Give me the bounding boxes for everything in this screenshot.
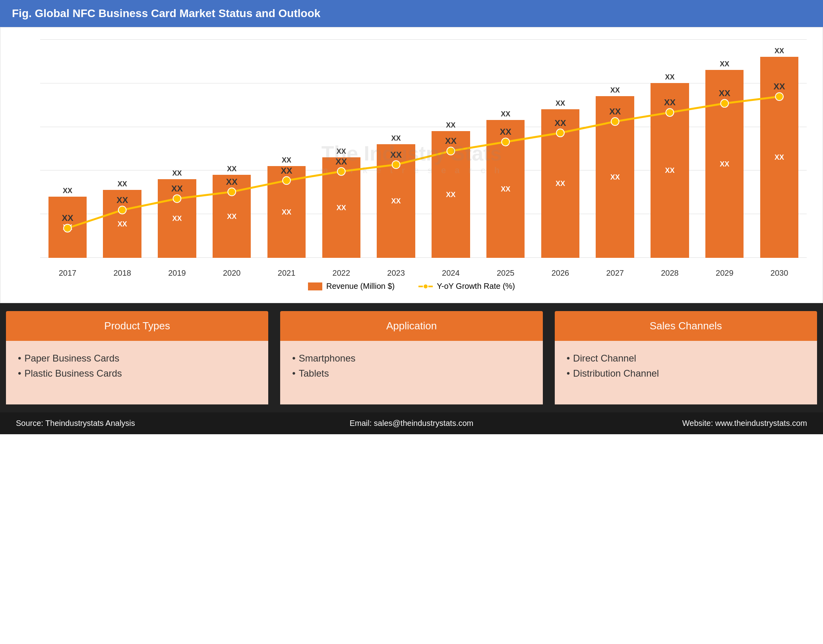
- legend-label-revenue: Revenue (Million $): [326, 282, 395, 291]
- category-item: Tablets: [292, 368, 534, 379]
- bars-wrapper: XXXXXXXXXXXXXXXXXXXXXXXXXXXXXXXXXXXXXXXX…: [40, 39, 807, 258]
- category-item: Smartphones: [292, 353, 534, 364]
- bar: XX: [213, 175, 251, 258]
- bar: XX: [48, 197, 87, 258]
- legend-dot-growth: [423, 284, 428, 289]
- bar-top-label: XX: [282, 156, 291, 164]
- legend-label-growth: Y-oY Growth Rate (%): [437, 282, 515, 291]
- bar-top-label: XX: [337, 147, 346, 156]
- bar-group: XXXX: [95, 180, 150, 258]
- bar-group: XXXX: [40, 187, 95, 258]
- bar-group: XXXX: [752, 47, 807, 258]
- bar-group: XXXX: [533, 99, 588, 258]
- categories-row: Product TypesPaper Business CardsPlastic…: [0, 303, 823, 412]
- legend-item-growth: Y-oY Growth Rate (%): [418, 282, 515, 291]
- year-label: 2024: [423, 269, 478, 278]
- bar-mid-label: XX: [720, 160, 729, 168]
- year-label: 2025: [478, 269, 533, 278]
- year-label: 2022: [314, 269, 369, 278]
- bar-group: XXXX: [588, 86, 643, 258]
- bar: XX: [432, 131, 470, 258]
- bar-group: XXXX: [423, 121, 478, 258]
- year-label: 2030: [752, 269, 807, 278]
- category-item: Direct Channel: [567, 353, 809, 364]
- chart-title: Fig. Global NFC Business Card Market Sta…: [0, 0, 823, 27]
- bar-top-label: XX: [446, 121, 455, 130]
- bar: XX: [322, 157, 360, 258]
- legend-box-revenue: [308, 282, 322, 290]
- bar-top-label: XX: [720, 60, 729, 68]
- year-label: 2017: [40, 269, 95, 278]
- bar-mid-label: XX: [501, 185, 510, 193]
- bar: XX: [486, 120, 525, 258]
- legend: Revenue (Million $) Y-oY Growth Rate (%): [16, 282, 807, 291]
- bar-top-label: XX: [556, 99, 565, 108]
- bar: XX: [705, 70, 744, 258]
- bar-mid-label: XX: [282, 208, 291, 216]
- category-item: Paper Business Cards: [18, 353, 260, 364]
- year-labels: 2017201820192020202120222023202420252026…: [40, 269, 807, 278]
- bar: XX: [103, 190, 141, 258]
- bar-top-label: XX: [227, 165, 236, 173]
- year-label: 2026: [533, 269, 588, 278]
- category-item: Distribution Channel: [567, 368, 809, 379]
- bar-mid-label: XX: [610, 173, 620, 181]
- bar-top-label: XX: [118, 180, 127, 188]
- bar-mid-label: XX: [172, 215, 182, 223]
- bar-mid-label: XX: [337, 203, 346, 212]
- year-label: 2027: [588, 269, 643, 278]
- bar-mid-label: XX: [227, 212, 236, 220]
- footer-source: Source: Theindustrystats Analysis: [16, 419, 280, 428]
- footer: Source: Theindustrystats Analysis Email:…: [0, 412, 823, 434]
- bar: XX: [651, 83, 689, 258]
- bar-mid-label: XX: [775, 153, 784, 162]
- category-header: Application: [280, 311, 542, 341]
- bar-group: XXXX: [259, 156, 314, 258]
- bar-group: XXXX: [478, 110, 533, 258]
- category-card: Product TypesPaper Business CardsPlastic…: [6, 311, 268, 404]
- bar-group: XXXX: [697, 60, 752, 258]
- year-label: 2020: [204, 269, 259, 278]
- category-body: Direct ChannelDistribution Channel: [555, 341, 817, 404]
- category-header: Sales Channels: [555, 311, 817, 341]
- bottom-section: Product TypesPaper Business CardsPlastic…: [0, 303, 823, 412]
- category-body: Paper Business CardsPlastic Business Car…: [6, 341, 268, 404]
- category-body: SmartphonesTablets: [280, 341, 542, 404]
- chart-container: XXXXXXXXXXXXXXXXXXXXXXXXXXXXXXXXXXXXXXXX…: [0, 27, 823, 303]
- chart-area: XXXXXXXXXXXXXXXXXXXXXXXXXXXXXXXXXXXXXXXX…: [16, 39, 807, 278]
- bar-top-label: XX: [501, 110, 510, 118]
- bar-mid-label: XX: [665, 166, 674, 175]
- bar-top-label: XX: [775, 47, 784, 55]
- bar-group: XXXX: [314, 147, 369, 258]
- category-header: Product Types: [6, 311, 268, 341]
- year-label: 2023: [369, 269, 424, 278]
- year-label: 2021: [259, 269, 314, 278]
- legend-item-revenue: Revenue (Million $): [308, 282, 395, 291]
- year-label: 2019: [150, 269, 205, 278]
- bar-group: XXXX: [150, 169, 205, 258]
- bar-top-label: XX: [665, 73, 674, 81]
- year-label: 2028: [643, 269, 697, 278]
- bar: XX: [158, 179, 196, 258]
- bar-top-label: XX: [391, 134, 401, 143]
- bar-mid-label: XX: [556, 180, 565, 188]
- footer-website: Website: www.theindustrystats.com: [543, 419, 807, 428]
- bar-group: XXXX: [643, 73, 697, 258]
- year-label: 2018: [95, 269, 150, 278]
- bar: XX: [760, 57, 798, 258]
- bar-mid-label: XX: [118, 220, 127, 228]
- category-item: Plastic Business Cards: [18, 368, 260, 379]
- bar-group: XXXX: [204, 165, 259, 258]
- footer-email: Email: sales@theindustrystats.com: [280, 419, 544, 428]
- bar: XX: [377, 144, 415, 258]
- bar-mid-label: XX: [391, 197, 401, 205]
- bar-top-label: XX: [63, 187, 72, 195]
- bar-top-label: XX: [172, 169, 182, 178]
- bar-top-label: XX: [610, 86, 620, 95]
- bar-mid-label: XX: [63, 223, 72, 232]
- bar-group: XXXX: [369, 134, 424, 258]
- category-card: Sales ChannelsDirect ChannelDistribution…: [555, 311, 817, 404]
- bar: XX: [541, 109, 579, 258]
- bar: XX: [596, 96, 634, 258]
- year-label: 2029: [697, 269, 752, 278]
